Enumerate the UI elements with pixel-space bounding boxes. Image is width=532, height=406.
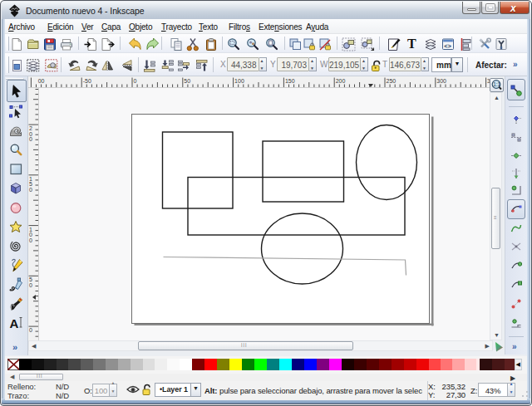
svg-text:0: 0 bbox=[29, 237, 32, 243]
svg-text:150: 150 bbox=[285, 78, 295, 84]
svg-text:200: 200 bbox=[336, 78, 346, 84]
svg-text:0: 0 bbox=[29, 136, 32, 142]
svg-text:0: 0 bbox=[29, 282, 32, 288]
svg-text:0: 0 bbox=[29, 327, 32, 333]
svg-text:1:1: 1:1 bbox=[493, 81, 500, 87]
svg-text:100: 100 bbox=[234, 78, 244, 84]
svg-text:0: 0 bbox=[29, 187, 32, 193]
svg-text:<>: <> bbox=[444, 42, 451, 50]
svg-text:250: 250 bbox=[387, 78, 397, 84]
svg-text:00: 00 bbox=[38, 78, 45, 84]
svg-text:50: 50 bbox=[184, 78, 190, 84]
svg-text:0: 0 bbox=[134, 78, 137, 84]
svg-text:-50: -50 bbox=[83, 78, 91, 84]
svg-text:A: A bbox=[10, 316, 19, 330]
svg-text:300: 300 bbox=[436, 78, 446, 84]
